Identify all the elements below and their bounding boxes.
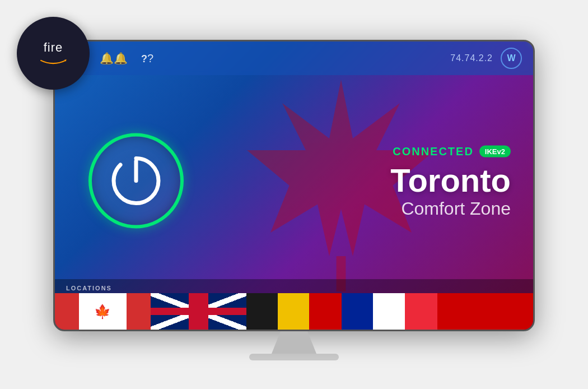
locations-bar: LOCATIONS [55,279,533,330]
windscribe-logo[interactable]: W [501,48,522,69]
amazon-smile-icon [39,58,67,66]
power-button[interactable] [88,133,184,229]
zone-name: Comfort Zone [390,198,511,219]
right-icons: 74.74.2.2 W [450,48,522,69]
flags-row [55,293,533,330]
notifications-icon[interactable]: 🔔 [100,52,128,65]
power-icon [108,153,164,209]
flag-france[interactable] [342,293,437,330]
monitor-wrapper: ⚙ 🔔 ? 74.74.2.2 W CONNECT [53,40,535,360]
fire-badge-text: fire [44,40,63,55]
flag-belgium[interactable] [246,293,342,330]
status-row: CONNECTED IKEv2 [390,145,511,158]
top-bar: ⚙ 🔔 ? 74.74.2.2 W [55,41,533,75]
monitor-stand [272,331,316,354]
connection-status: CONNECTED [393,145,474,158]
help-icon[interactable]: ? [141,52,153,65]
monitor-base [249,354,339,360]
vpn-screen: ⚙ 🔔 ? 74.74.2.2 W CONNECT [53,40,535,331]
flag-uk[interactable] [151,293,246,330]
flag-red[interactable] [437,293,533,330]
flag-canada[interactable] [55,293,151,330]
protocol-badge: IKEv2 [479,146,511,158]
ip-address: 74.74.2.2 [450,53,493,63]
fire-badge: fire [17,17,90,90]
flag-uk-inner [151,293,246,330]
info-section: CONNECTED IKEv2 Toronto Comfort Zone [390,145,511,219]
power-section [88,133,184,229]
city-name: Toronto [390,163,511,198]
locations-label: LOCATIONS [66,285,112,291]
